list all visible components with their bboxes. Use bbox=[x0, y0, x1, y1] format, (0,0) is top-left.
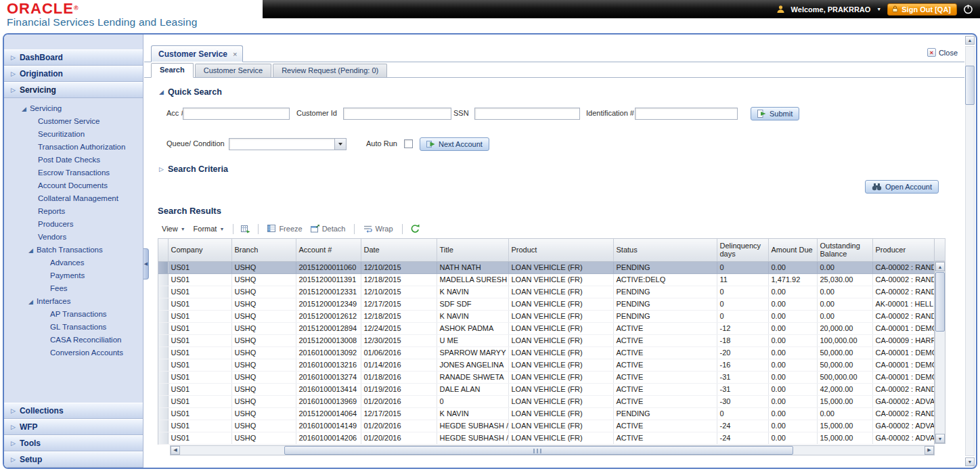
tab-customer-service-sub[interactable]: Customer Service bbox=[195, 64, 271, 77]
table-row[interactable]: US01USHQ2016010001321601/14/2016JONES AN… bbox=[158, 359, 935, 371]
dropdown-arrow-icon[interactable] bbox=[335, 138, 347, 150]
col-status[interactable]: Status bbox=[613, 239, 717, 261]
freeze-button[interactable]: Freeze bbox=[263, 223, 306, 234]
sidebar-collapse-handle[interactable]: ◀ bbox=[143, 248, 149, 279]
scroll-down-icon[interactable]: ▼ bbox=[935, 434, 945, 443]
row-selector[interactable] bbox=[158, 286, 168, 298]
scroll-up-icon[interactable]: ▲ bbox=[935, 262, 945, 271]
sidebar-item-customer-service[interactable]: Customer Service bbox=[4, 115, 143, 128]
row-selector[interactable] bbox=[158, 261, 168, 273]
col-branch[interactable]: Branch bbox=[231, 239, 296, 261]
row-selector[interactable] bbox=[158, 420, 168, 432]
tree-node-servicing[interactable]: ◢Servicing bbox=[4, 102, 143, 115]
sidebar-item-payments[interactable]: Payments bbox=[4, 269, 143, 282]
sidebar-section-tools[interactable]: ▷Tools bbox=[4, 435, 143, 451]
queue-condition-select[interactable] bbox=[229, 138, 347, 150]
close-tab-icon[interactable]: × bbox=[233, 50, 237, 58]
table-row[interactable]: US01USHQ2015120001233112/10/2015K NAVINL… bbox=[158, 286, 935, 298]
scroll-left-icon[interactable]: ◀ bbox=[171, 446, 180, 455]
scrollbar-thumb[interactable] bbox=[284, 446, 793, 455]
row-selector[interactable] bbox=[158, 334, 168, 346]
sidebar-section-collections[interactable]: ▷Collections bbox=[4, 403, 143, 419]
table-row[interactable]: US01USHQ2016010001420601/20/2016HEGDE SU… bbox=[158, 432, 935, 444]
table-row[interactable]: US01USHQ2015120001300812/30/2015U MELOAN… bbox=[158, 334, 935, 346]
table-row[interactable]: US01USHQ2015120001106012/10/2015NATH NAT… bbox=[158, 261, 935, 273]
sidebar-item-casa-reconciliation[interactable]: CASA Reconciliation bbox=[4, 334, 143, 346]
table-row[interactable]: US01USHQ2015120001406412/17/2015K NAVINL… bbox=[158, 407, 935, 420]
row-selector[interactable] bbox=[158, 407, 168, 420]
sidebar-section-servicing[interactable]: ▷Servicing bbox=[4, 82, 143, 98]
wrap-button[interactable]: Wrap bbox=[359, 223, 397, 234]
caret-down-icon[interactable]: ▼ bbox=[876, 7, 881, 12]
row-selector[interactable] bbox=[158, 432, 168, 444]
content-vertical-scrollbar[interactable]: ▲ ▼ bbox=[964, 35, 976, 468]
table-row[interactable]: US01USHQ2015120001289412/24/2015ASHOK PA… bbox=[158, 322, 935, 334]
sidebar-item-escrow-transactions[interactable]: Escrow Transactions bbox=[4, 166, 143, 179]
queue-condition-value[interactable] bbox=[229, 138, 335, 150]
tree-node-label[interactable]: Batch Transactions bbox=[37, 246, 103, 254]
col-amount-due[interactable]: Amount Due bbox=[768, 239, 817, 261]
detach-button[interactable]: Detach bbox=[307, 223, 350, 234]
row-selector[interactable] bbox=[158, 322, 168, 334]
sidebar-section-origination[interactable]: ▷Origination bbox=[4, 66, 143, 82]
row-selector[interactable] bbox=[158, 383, 168, 395]
table-horizontal-scrollbar[interactable]: ◀ ▶ bbox=[170, 445, 935, 455]
sidebar-section-setup[interactable]: ▷Setup bbox=[4, 451, 143, 468]
tab-customer-service[interactable]: Customer Service × bbox=[151, 45, 243, 62]
table-row[interactable]: US01USHQ2016010001341401/19/2016DALE ALA… bbox=[158, 383, 935, 395]
scrollbar-track[interactable] bbox=[965, 46, 975, 456]
col-outstanding-balance[interactable]: Outstanding Balance bbox=[817, 239, 872, 261]
sidebar-item-collateral-management[interactable]: Collateral Management bbox=[4, 192, 143, 205]
view-menu-button[interactable]: View▼ bbox=[158, 223, 190, 234]
identification-input[interactable] bbox=[635, 108, 738, 120]
ssn-input[interactable] bbox=[474, 108, 580, 120]
col-producer[interactable]: Producer bbox=[872, 239, 935, 261]
col-product[interactable]: Product bbox=[508, 239, 613, 261]
sidebar-item-post-date-checks[interactable]: Post Date Checks bbox=[4, 154, 143, 166]
welcome-text[interactable]: Welcome, PRAKRRAO bbox=[791, 5, 871, 14]
tree-node-label[interactable]: Interfaces bbox=[37, 297, 71, 305]
sidebar-item-transaction-authorization[interactable]: Transaction Authorization bbox=[4, 141, 143, 154]
expanded-node-icon[interactable]: ◢ bbox=[22, 106, 26, 112]
next-account-button[interactable]: Next Account bbox=[420, 137, 489, 151]
col-title[interactable]: Title bbox=[437, 239, 508, 261]
col-company[interactable]: Company bbox=[168, 239, 231, 261]
tree-node-batch-transactions[interactable]: ◢Batch Transactions bbox=[4, 244, 143, 256]
row-selector[interactable] bbox=[158, 298, 168, 310]
sidebar-section-dashboard[interactable]: ▷DashBoard bbox=[4, 49, 143, 66]
open-account-button[interactable]: Open Account bbox=[865, 180, 939, 194]
sidebar-section-wfp[interactable]: ▷WFP bbox=[4, 419, 143, 435]
table-row[interactable]: US01USHQ2016010001309201/06/2016SPARROW … bbox=[158, 346, 935, 359]
sidebar-item-gl-transactions[interactable]: GL Transactions bbox=[4, 321, 143, 334]
expanded-node-icon[interactable]: ◢ bbox=[28, 298, 33, 305]
table-row[interactable]: US01USHQ2015120001139112/18/2015MADELLA … bbox=[158, 273, 935, 286]
sign-out-button[interactable]: Sign Out [QA] bbox=[887, 3, 957, 16]
sidebar-item-vendors[interactable]: Vendors bbox=[4, 231, 143, 244]
tree-node-label[interactable]: Servicing bbox=[30, 104, 62, 112]
row-selector[interactable] bbox=[158, 395, 168, 407]
sidebar-item-conversion-accounts[interactable]: Conversion Accounts bbox=[4, 346, 143, 359]
scrollbar-thumb[interactable] bbox=[935, 272, 945, 332]
table-row[interactable]: US01USHQ2016010001327401/18/2016RANADE S… bbox=[158, 371, 935, 383]
table-row[interactable]: US01USHQ2015120001261212/18/2015K NAVINL… bbox=[158, 310, 935, 322]
table-row[interactable]: US01USHQ2016010001414901/20/2016HEGDE SU… bbox=[158, 420, 935, 432]
sidebar-item-producers[interactable]: Producers bbox=[4, 218, 143, 231]
col-account[interactable]: Account # bbox=[296, 239, 361, 261]
export-icon[interactable] bbox=[238, 223, 253, 235]
tab-search[interactable]: Search bbox=[151, 63, 194, 78]
sidebar-item-reports[interactable]: Reports bbox=[4, 205, 143, 218]
refresh-icon[interactable] bbox=[407, 223, 423, 235]
quick-search-header[interactable]: ◢ Quick Search bbox=[159, 87, 964, 97]
customer-id-input[interactable] bbox=[343, 108, 451, 120]
acc-number-input[interactable] bbox=[183, 108, 290, 120]
scroll-up-icon[interactable]: ▲ bbox=[965, 36, 975, 45]
close-button[interactable]: × Close bbox=[927, 48, 958, 57]
table-row[interactable]: US01USHQ2016010001396901/20/20160LOAN VE… bbox=[158, 395, 935, 407]
tab-review-request[interactable]: Review Request (Pending: 0) bbox=[273, 64, 387, 77]
expanded-node-icon[interactable]: ◢ bbox=[28, 247, 33, 254]
sidebar-item-ap-transactions[interactable]: AP Transactions bbox=[4, 308, 143, 321]
auto-run-checkbox[interactable] bbox=[404, 139, 413, 148]
power-icon[interactable] bbox=[963, 4, 973, 14]
sidebar-item-securitization[interactable]: Securitization bbox=[4, 128, 143, 141]
scrollbar-thumb[interactable] bbox=[965, 66, 975, 105]
